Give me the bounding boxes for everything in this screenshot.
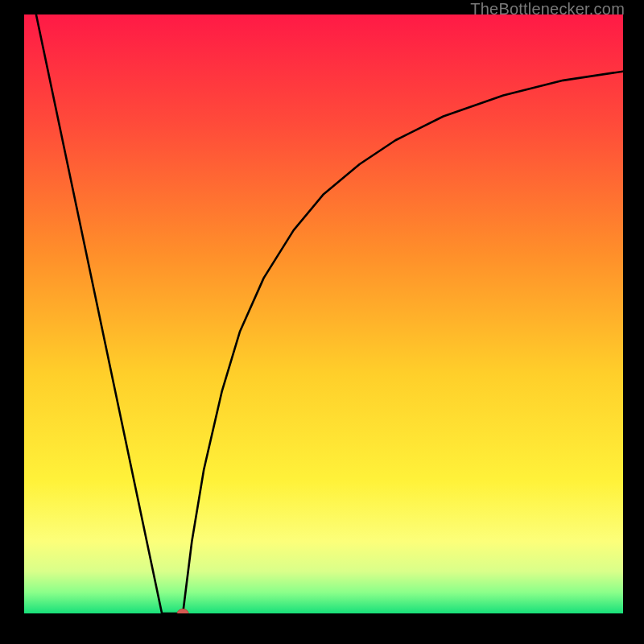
plot-background [24,14,623,613]
chart-frame: TheBottlenecker.com [0,0,644,644]
bottleneck-plot [24,14,623,613]
